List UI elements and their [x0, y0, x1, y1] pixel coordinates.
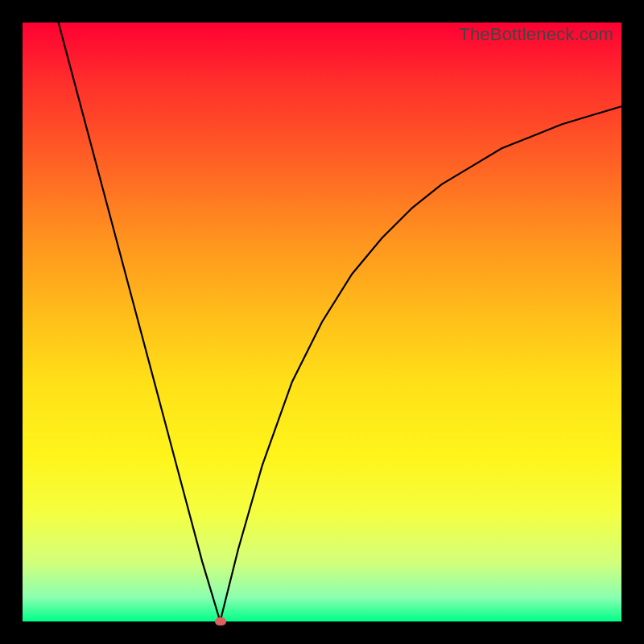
curve-right-branch: [221, 106, 622, 621]
minimum-marker: [215, 617, 226, 625]
chart-plot-area: TheBottleneck.com: [23, 23, 621, 621]
curve-left-branch: [59, 23, 221, 621]
chart-curve-layer: [23, 23, 621, 621]
chart-frame: TheBottleneck.com: [0, 0, 644, 644]
